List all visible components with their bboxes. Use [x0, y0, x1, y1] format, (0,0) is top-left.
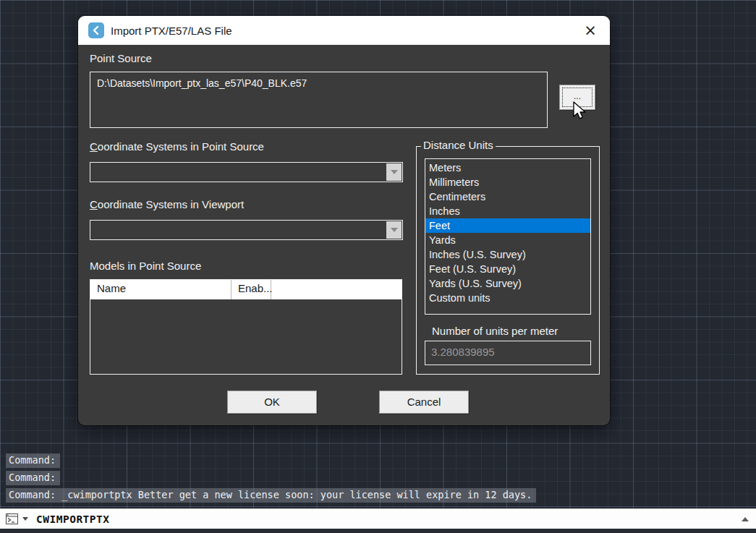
command-options-chevron-icon[interactable] [22, 517, 28, 521]
chevron-down-icon [391, 228, 398, 232]
distance-units-group: Distance Units Meters Millimeters Centim… [416, 146, 600, 375]
back-chevron-icon [88, 22, 104, 38]
distance-units-listbox[interactable]: Meters Millimeters Centimeters Inches Fe… [425, 158, 591, 315]
bottom-strip [0, 529, 756, 533]
list-item[interactable]: Feet (U.S. Survey) [425, 262, 590, 276]
list-item[interactable]: Centimeters [425, 189, 590, 204]
list-item[interactable]: Meters [425, 161, 590, 175]
coord-viewport-combobox[interactable] [90, 220, 403, 240]
models-label: Models in Point Source [90, 260, 201, 272]
import-dialog: Import PTX/E57/LAS File × Point Source D… [78, 16, 610, 425]
coord-source-dropdown-button[interactable] [386, 163, 402, 181]
command-history-line: Command: _cwimportptx Better get a new l… [6, 488, 536, 503]
list-item[interactable]: Inches (U.S. Survey) [425, 247, 590, 262]
coord-viewport-label: Coordinate Systems in Viewport [90, 198, 244, 210]
units-per-meter-field[interactable]: 3.280839895 [425, 341, 591, 365]
distance-units-label: Distance Units [421, 139, 496, 151]
point-source-field[interactable]: D:\Datasets\Import_ptx_las_e57\P40_BLK.e… [90, 72, 548, 128]
chevron-down-icon [391, 170, 398, 174]
column-header-name[interactable]: Name [90, 280, 232, 299]
history-toggle-up-icon[interactable] [742, 517, 749, 521]
list-item[interactable]: Yards (U.S. Survey) [425, 276, 590, 291]
command-bar[interactable]: CWIMPORTPTX [0, 508, 756, 529]
browse-button[interactable]: ... [559, 85, 595, 110]
coord-source-combobox[interactable] [90, 162, 403, 182]
dialog-title: Import PTX/E57/LAS File [111, 25, 232, 37]
coord-source-label: Coordinate Systems in Point Source [90, 140, 264, 153]
dialog-titlebar[interactable]: Import PTX/E57/LAS File × [78, 16, 610, 45]
list-item[interactable]: Yards [425, 233, 590, 247]
list-item[interactable]: Millimeters [425, 175, 590, 189]
coord-viewport-dropdown-button[interactable] [386, 221, 402, 239]
list-item-selected[interactable]: Feet [425, 218, 590, 233]
cancel-button[interactable]: Cancel [379, 391, 469, 414]
command-history-line: Command: [6, 453, 60, 468]
command-input[interactable]: CWIMPORTPTX [36, 513, 110, 525]
command-history-line: Command: [6, 471, 60, 485]
ok-button[interactable]: OK [227, 391, 317, 414]
column-header-enabled[interactable]: Enab... [232, 280, 271, 299]
column-header-spacer [271, 280, 402, 299]
terminal-icon [6, 513, 19, 525]
models-table[interactable]: Name Enab... [90, 279, 402, 375]
close-icon[interactable]: × [581, 21, 600, 40]
point-source-label: Point Source [90, 52, 152, 64]
focus-rectangle [562, 88, 593, 107]
list-item[interactable]: Inches [425, 204, 590, 218]
units-per-meter-label: Number of units per meter [432, 325, 558, 337]
models-table-header: Name Enab... [90, 280, 402, 299]
list-item[interactable]: Custom units [425, 291, 590, 305]
